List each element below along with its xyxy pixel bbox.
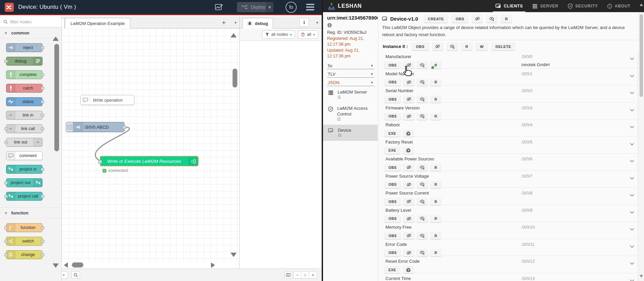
chevron-down-icon[interactable] bbox=[630, 75, 634, 77]
settings-select[interactable]: JSON ▼ bbox=[327, 79, 374, 86]
zoom-in-button[interactable]: + bbox=[309, 271, 317, 279]
debug-clear-button[interactable]: all ▾ bbox=[298, 30, 318, 39]
scroll-up-arrow[interactable] bbox=[640, 3, 643, 6]
eye-off-icon[interactable] bbox=[404, 249, 414, 256]
palette-node[interactable]: link in bbox=[6, 111, 43, 120]
resource-action-button[interactable]: OBS bbox=[385, 181, 400, 188]
eye-off-icon[interactable] bbox=[433, 43, 443, 50]
resource-action-button[interactable]: EXE bbox=[385, 266, 400, 273]
resource-action-button[interactable]: OBS bbox=[385, 215, 400, 222]
eye-off-icon[interactable] bbox=[472, 15, 482, 23]
eye-off-icon[interactable] bbox=[404, 113, 414, 120]
palette-scroll-down[interactable] bbox=[53, 263, 59, 268]
palette-scrollbar-thumb[interactable] bbox=[54, 44, 59, 151]
palette-node[interactable]: change bbox=[6, 250, 43, 259]
canvas-hscrollbar[interactable] bbox=[62, 262, 239, 269]
resource-action-button[interactable]: R bbox=[431, 232, 441, 239]
flow-canvas[interactable]: Write operation /3/0/0:ABCD Write or Exe… bbox=[62, 29, 239, 262]
instance-action-button[interactable]: OBS bbox=[412, 43, 428, 50]
resource-action-button[interactable]: R bbox=[431, 198, 441, 205]
workspace-tab-partial[interactable] bbox=[62, 18, 65, 28]
chevron-down-icon[interactable] bbox=[630, 57, 634, 60]
eye-x-icon[interactable] bbox=[417, 215, 427, 222]
minimap-toggle-button[interactable] bbox=[284, 271, 292, 279]
eye-x-icon[interactable] bbox=[417, 113, 427, 120]
object-list-item[interactable]: LwM2M Access Control /2 bbox=[323, 103, 378, 125]
eye-off-icon[interactable] bbox=[404, 232, 414, 239]
canvas-scroll-up[interactable] bbox=[231, 33, 237, 37]
resource-action-button[interactable]: R bbox=[431, 164, 441, 171]
scrollbar-thumb[interactable] bbox=[640, 14, 643, 97]
chevron-down-icon[interactable] bbox=[630, 211, 634, 214]
main-menu-button[interactable] bbox=[306, 4, 314, 10]
canvas-search-button[interactable] bbox=[71, 271, 80, 279]
chevron-down-icon[interactable] bbox=[630, 92, 634, 94]
eye-off-icon[interactable] bbox=[404, 215, 414, 222]
info-icon[interactable] bbox=[327, 23, 378, 28]
palette-filter[interactable] bbox=[0, 16, 61, 27]
palette-node[interactable]: inject bbox=[6, 43, 43, 52]
object-list-item[interactable]: Device /3 bbox=[323, 125, 378, 141]
resource-action-button[interactable]: EXE bbox=[385, 147, 400, 154]
wire[interactable] bbox=[95, 127, 129, 161]
resource-action-button[interactable]: OBS bbox=[385, 164, 400, 171]
resource-action-button[interactable]: OBS bbox=[385, 96, 400, 103]
page-scrollbar[interactable] bbox=[639, 0, 644, 281]
debug-filter-button[interactable]: all nodes ▾ bbox=[262, 30, 295, 39]
scroll-down-arrow[interactable] bbox=[640, 275, 643, 278]
palette-node[interactable]: switch bbox=[6, 237, 43, 246]
eye-x-icon[interactable] bbox=[417, 198, 427, 205]
tab-debug[interactable]: debug bbox=[242, 18, 273, 29]
inject-output-port[interactable] bbox=[123, 126, 126, 129]
eye-x-icon[interactable] bbox=[417, 79, 427, 86]
eye-x-icon[interactable] bbox=[417, 164, 427, 171]
object-action-button[interactable]: R bbox=[501, 15, 511, 23]
zoom-out-button[interactable]: − bbox=[293, 271, 301, 279]
palette-node[interactable]: comment bbox=[6, 151, 43, 160]
chevron-down-icon[interactable] bbox=[630, 245, 634, 248]
canvas-hscrollbar-thumb[interactable] bbox=[72, 262, 83, 267]
gear-icon[interactable] bbox=[403, 130, 413, 137]
leshan-nav-tab[interactable]: ABOUT bbox=[602, 0, 635, 12]
object-action-button[interactable]: CREATE bbox=[424, 15, 448, 23]
chevron-down-icon[interactable] bbox=[630, 143, 634, 146]
chevron-down-icon[interactable] bbox=[630, 109, 634, 111]
resource-action-button[interactable]: R bbox=[431, 96, 441, 103]
sidebar-info-button[interactable]: i bbox=[299, 18, 309, 27]
eye-off-icon[interactable] bbox=[404, 198, 414, 205]
resource-action-button[interactable]: OBS bbox=[385, 61, 400, 69]
deploy-options-caret[interactable]: ▾ bbox=[266, 2, 273, 12]
palette-filter-input[interactable] bbox=[10, 19, 51, 24]
resource-action-button[interactable]: R bbox=[431, 215, 441, 222]
resource-action-button[interactable]: R bbox=[431, 113, 441, 120]
eye-x-icon[interactable] bbox=[447, 43, 457, 50]
settings-select[interactable]: TLV ▼ bbox=[327, 71, 374, 78]
resource-action-button[interactable]: R bbox=[431, 181, 441, 188]
gear-icon[interactable] bbox=[403, 147, 413, 154]
chevron-down-icon[interactable] bbox=[630, 279, 634, 281]
eye-x-icon[interactable] bbox=[417, 249, 427, 256]
palette-category-header[interactable]: ▼ common bbox=[0, 27, 61, 39]
user-avatar[interactable]: fo bbox=[286, 2, 297, 13]
palette-node[interactable]: f function bbox=[6, 223, 43, 232]
instance-action-button[interactable]: W bbox=[476, 43, 487, 50]
resource-action-button[interactable]: OBS bbox=[385, 198, 400, 205]
resource-action-button[interactable]: OBS bbox=[385, 249, 400, 256]
eye-off-icon[interactable] bbox=[404, 79, 414, 86]
resource-action-button[interactable]: OBS bbox=[385, 113, 400, 120]
inject-trigger-button[interactable] bbox=[66, 122, 73, 132]
chevron-down-icon[interactable] bbox=[630, 194, 634, 197]
canvas-scroll-left[interactable] bbox=[64, 262, 68, 268]
chevron-down-icon[interactable] bbox=[630, 160, 634, 162]
sidebar-menu-caret[interactable]: ▾ bbox=[316, 20, 318, 25]
chevron-down-icon[interactable] bbox=[630, 126, 634, 128]
palette-node[interactable]: project out bbox=[6, 178, 43, 187]
lwm2m-write-node[interactable]: Write or Execute LwM2M Resources bbox=[100, 156, 198, 166]
eye-x-icon[interactable] bbox=[417, 181, 427, 188]
gear-icon[interactable] bbox=[403, 266, 413, 273]
inject-node[interactable]: /3/0/0:ABCD bbox=[66, 122, 125, 132]
flow-list-caret[interactable]: ▾ bbox=[235, 20, 237, 25]
settings-select[interactable]: 5s ▼ bbox=[327, 62, 374, 69]
resource-action-button[interactable]: OBS bbox=[385, 79, 400, 86]
leshan-nav-tab[interactable]: SERVER bbox=[528, 0, 563, 12]
